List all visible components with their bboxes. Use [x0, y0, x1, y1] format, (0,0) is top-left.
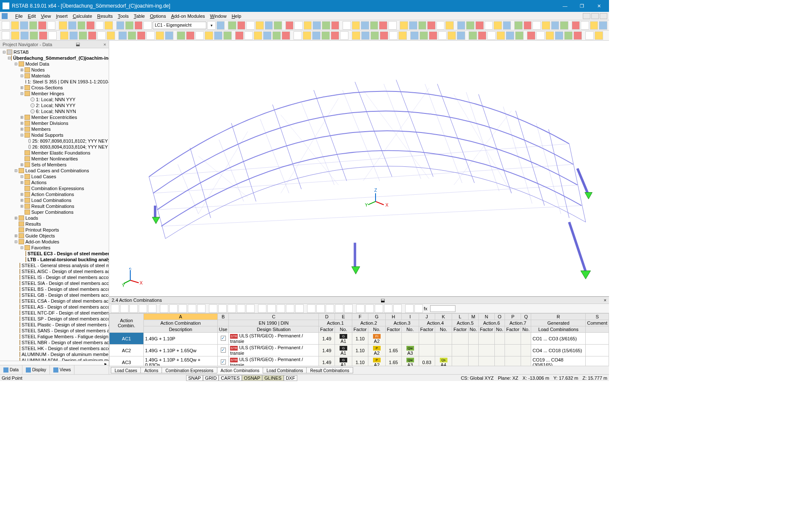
nav-tab-data[interactable]: Data: [0, 365, 22, 374]
status-toggle-dxf[interactable]: DXF: [284, 375, 297, 381]
tree-node[interactable]: ⊟Member Hinges: [0, 91, 109, 97]
toolbar-button[interactable]: [97, 31, 106, 40]
table-pin-icon[interactable]: ⬓: [381, 298, 385, 303]
toolbar-button[interactable]: [370, 31, 379, 40]
toolbar-button[interactable]: [389, 31, 398, 40]
tree-node[interactable]: ⊞Sets of Members: [0, 162, 109, 168]
toolbar-button[interactable]: [370, 21, 379, 30]
toolbar-button[interactable]: [436, 21, 445, 30]
table-tool-button[interactable]: [218, 304, 227, 313]
toolbar-button[interactable]: [560, 21, 568, 30]
toolbar-button[interactable]: [68, 21, 77, 30]
toolbar-button[interactable]: [47, 21, 56, 30]
table-tool-button[interactable]: [246, 304, 255, 313]
toolbar-button[interactable]: [595, 31, 603, 40]
toolbar-button[interactable]: [438, 31, 447, 40]
toolbar-button[interactable]: [69, 31, 78, 40]
table-tool-button[interactable]: [384, 304, 392, 313]
toolbar-button[interactable]: [186, 31, 195, 40]
tree-node[interactable]: STEEL HK - Design of steel members accor…: [0, 345, 109, 351]
toolbar-button[interactable]: [410, 31, 419, 40]
toolbar-button[interactable]: [409, 21, 417, 30]
toolbar-button[interactable]: [573, 31, 582, 40]
tree-node[interactable]: ⊟Model Data: [0, 61, 109, 67]
table-tool-button[interactable]: [393, 304, 402, 313]
navigator-tree[interactable]: ⊟RSTAB⊟Überdachung_Sömmersdorf_(C)joachi…: [0, 48, 109, 361]
toolbar-button[interactable]: [39, 31, 47, 40]
toolbar-button[interactable]: [331, 21, 340, 30]
table-tool-button[interactable]: [148, 304, 156, 313]
toolbar-button[interactable]: [313, 21, 321, 30]
table-tool-button[interactable]: [188, 304, 196, 313]
tree-node[interactable]: STEEL AS - Design of steel members accor…: [0, 304, 109, 310]
toolbar-button[interactable]: [418, 21, 427, 30]
toolbar-button[interactable]: [524, 21, 532, 30]
tree-node[interactable]: ⊞Action Combinations: [0, 191, 109, 197]
table-tab[interactable]: Actions: [140, 367, 162, 373]
toolbar-button[interactable]: [352, 31, 360, 40]
toolbar-button[interactable]: [445, 21, 454, 30]
table-tab[interactable]: Action Combinations: [217, 367, 263, 373]
tree-node[interactable]: STEEL NBR - Design of steel members acco…: [0, 340, 109, 345]
table-close-icon[interactable]: ×: [604, 298, 606, 303]
toolbar-button[interactable]: [506, 31, 514, 40]
toolbar-button[interactable]: [77, 21, 86, 30]
tree-node[interactable]: Results: [0, 221, 109, 227]
status-toggle-grid[interactable]: GRID: [203, 375, 219, 381]
table-tool-button[interactable]: [316, 304, 325, 313]
status-toggle-cartes[interactable]: CARTES: [219, 375, 241, 381]
toolbar-button[interactable]: [177, 31, 185, 40]
tree-node[interactable]: STEEL SP - Design of steel members accor…: [0, 316, 109, 322]
toolbar-button[interactable]: [555, 31, 563, 40]
mdi-close[interactable]: [600, 13, 607, 19]
table-tool-button[interactable]: [277, 304, 285, 313]
tree-node[interactable]: ⊟Load Cases: [0, 174, 109, 179]
tree-node[interactable]: 1: Local; NNN YYY: [0, 97, 109, 102]
tree-node[interactable]: ⊞Actions: [0, 179, 109, 185]
tree-node[interactable]: STEEL IS - Design of steel members accor…: [0, 274, 109, 280]
table-tool-button[interactable]: [258, 304, 266, 313]
tree-node[interactable]: ⊟Überdachung_Sömmersdorf_(C)joachim-ing.…: [0, 55, 109, 61]
tree-node[interactable]: STEEL BS - Design of steel members accor…: [0, 286, 109, 292]
toolbar-button[interactable]: [272, 31, 281, 40]
toolbar-button[interactable]: [86, 21, 95, 30]
table-tool-button[interactable]: [129, 304, 138, 313]
menu-tools[interactable]: Tools: [115, 13, 131, 19]
table-tool-button[interactable]: [405, 304, 414, 313]
tree-node[interactable]: 25: 8097,8098,8101,8102; YYY NEY: [0, 138, 109, 144]
toolbar-button[interactable]: [137, 31, 145, 40]
tree-node[interactable]: ⊞Guide Objects: [0, 233, 109, 239]
maximize-button[interactable]: ❐: [574, 2, 590, 10]
nav-tab-views[interactable]: Views: [50, 365, 75, 374]
toolbar-button[interactable]: [581, 21, 589, 30]
tree-node[interactable]: ⊞Member Divisions: [0, 120, 109, 126]
toolbar-button[interactable]: [156, 31, 164, 40]
toolbar-button[interactable]: [255, 21, 264, 30]
toolbar-button[interactable]: [503, 21, 511, 30]
toolbar-button[interactable]: [48, 31, 57, 40]
tree-node[interactable]: ⊟Add-on Modules: [0, 239, 109, 245]
table-tab[interactable]: Result Combinations: [306, 367, 353, 373]
toolbar-button[interactable]: [457, 21, 466, 30]
toolbar-button[interactable]: [59, 21, 67, 30]
toolbar-button[interactable]: [304, 21, 312, 30]
data-grid[interactable]: Action Combin.ABCDEFGHIJKLMNOPQRSAction …: [109, 313, 609, 366]
tree-node[interactable]: ⊞Loads: [0, 215, 109, 221]
toolbar-button[interactable]: [107, 31, 115, 40]
tree-node[interactable]: STEEL SIA - Design of steel members acco…: [0, 280, 109, 286]
load-case-selector[interactable]: LC1 - Eigengewicht: [153, 22, 206, 29]
tree-node[interactable]: STEEL SANS - Design of steel members acc…: [0, 328, 109, 334]
toolbar-button[interactable]: [294, 21, 303, 30]
toolbar-button[interactable]: [60, 31, 69, 40]
tree-node[interactable]: ⊞Result Combinations: [0, 203, 109, 209]
toolbar-button[interactable]: [527, 31, 535, 40]
menu-help[interactable]: Help: [229, 13, 244, 19]
toolbar-button[interactable]: [223, 31, 232, 40]
toolbar-button[interactable]: [235, 31, 244, 40]
toolbar-button[interactable]: [398, 31, 407, 40]
toolbar-button[interactable]: [331, 31, 339, 40]
toolbar-button[interactable]: [274, 21, 282, 30]
toolbar-button[interactable]: [427, 21, 436, 30]
table-tab[interactable]: Load Combinations: [263, 367, 307, 373]
toolbar-button[interactable]: [447, 31, 456, 40]
